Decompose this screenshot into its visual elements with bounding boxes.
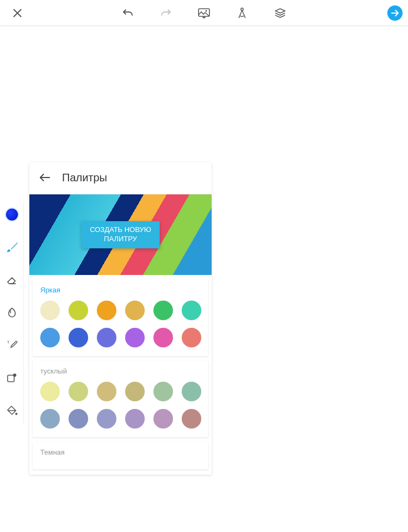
palette-name: Темная (40, 448, 201, 456)
svg-point-2 (241, 8, 243, 10)
bucket-icon (6, 405, 18, 417)
color-swatch[interactable] (153, 382, 173, 401)
color-swatch[interactable] (97, 301, 116, 320)
undo-icon (121, 8, 134, 19)
undo-button[interactable] (120, 5, 135, 21)
redo-button[interactable] (158, 5, 174, 21)
color-tool[interactable] (4, 207, 20, 222)
back-button[interactable] (37, 170, 52, 185)
image-button[interactable] (196, 5, 212, 21)
color-swatch[interactable] (40, 328, 60, 347)
left-toolbar: T (0, 201, 24, 424)
svg-point-6 (15, 413, 17, 415)
color-swatch[interactable] (125, 382, 145, 401)
svg-point-1 (206, 10, 207, 11)
color-swatch[interactable] (125, 301, 145, 320)
layers-icon (274, 8, 286, 19)
color-swatch[interactable] (153, 328, 173, 347)
top-toolbar (0, 0, 408, 26)
brush-tool[interactable] (4, 240, 20, 255)
color-swatch[interactable] (125, 328, 145, 347)
fill-tool[interactable] (4, 403, 20, 418)
color-swatch[interactable] (97, 409, 116, 429)
color-swatch[interactable] (69, 409, 88, 429)
color-swatch[interactable] (125, 409, 145, 429)
smudge-tool[interactable] (4, 305, 20, 320)
redo-icon (159, 8, 172, 19)
swatch-grid (40, 382, 201, 429)
panel-title: Палитры (62, 172, 107, 184)
palette-card[interactable]: Яркая (33, 279, 208, 356)
color-swatch-icon (6, 209, 18, 221)
color-swatch[interactable] (40, 382, 60, 401)
color-swatch[interactable] (69, 328, 88, 347)
create-palette-button[interactable]: СОЗДАТЬ НОВУЮ ПАЛИТРУ (81, 221, 160, 248)
color-swatch[interactable] (40, 301, 60, 320)
color-swatch[interactable] (97, 382, 116, 401)
close-icon (12, 8, 23, 19)
color-swatch[interactable] (153, 409, 173, 429)
color-swatch[interactable] (153, 301, 173, 320)
swatch-grid (40, 301, 201, 347)
color-swatch[interactable] (182, 301, 201, 320)
layers-button[interactable] (273, 5, 288, 21)
close-button[interactable] (10, 5, 25, 21)
compass-icon (237, 7, 248, 19)
shape-icon (6, 372, 18, 384)
create-line2: ПАЛИТРУ (90, 235, 151, 244)
svg-rect-4 (8, 375, 14, 382)
color-swatch[interactable] (182, 382, 201, 401)
text-tool[interactable]: T (4, 338, 20, 353)
arrow-left-icon (39, 173, 51, 182)
color-swatch[interactable] (97, 328, 116, 347)
color-swatch[interactable] (69, 382, 88, 401)
color-swatch[interactable] (182, 328, 201, 347)
done-button[interactable] (387, 5, 403, 21)
eraser-tool[interactable] (4, 272, 20, 288)
shape-tool[interactable] (4, 370, 20, 386)
panel-header: Палитры (29, 162, 212, 194)
create-line1: СОЗДАТЬ НОВУЮ (90, 225, 151, 235)
palette-card[interactable]: тусклый (33, 360, 208, 437)
palettes-panel: Палитры СОЗДАТЬ НОВУЮ ПАЛИТРУ Яркаятускл… (29, 162, 212, 475)
color-swatch[interactable] (40, 409, 60, 429)
palette-name: Яркая (40, 286, 201, 294)
eyedropper-icon: T (6, 339, 18, 351)
svg-text:T: T (7, 340, 10, 344)
brush-icon (5, 240, 19, 254)
smudge-icon (5, 306, 18, 319)
palette-name: тусклый (40, 367, 201, 375)
svg-point-5 (13, 374, 16, 377)
arrow-right-icon (391, 9, 399, 17)
create-palette-hero[interactable]: СОЗДАТЬ НОВУЮ ПАЛИТРУ (29, 194, 212, 275)
eraser-icon (6, 274, 18, 286)
image-icon (198, 8, 210, 19)
color-swatch[interactable] (182, 409, 201, 429)
color-swatch[interactable] (69, 301, 88, 320)
palette-card-dark[interactable]: Темная (33, 442, 208, 469)
shapes-button[interactable] (234, 5, 250, 21)
